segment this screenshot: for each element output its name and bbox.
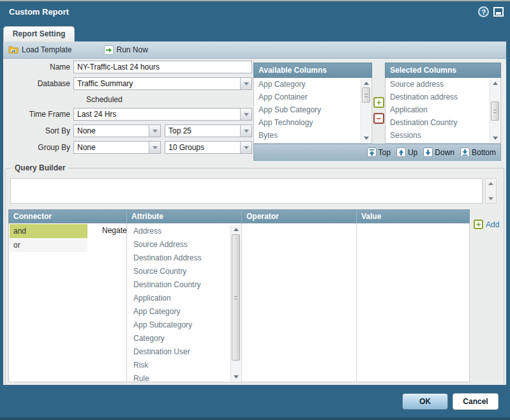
help-icon[interactable]: ? [478,6,489,17]
database-value: Traffic Summary [77,79,133,88]
ok-button[interactable]: OK [402,393,448,410]
move-top-button[interactable]: Top [367,147,391,157]
list-item[interactable]: App Technology [254,116,371,129]
scroll-down-icon[interactable] [361,133,371,142]
column-divider [126,223,127,382]
arrow-top-icon [367,147,377,157]
database-select[interactable]: Traffic Summary [73,77,252,90]
move-up-button[interactable]: Up [396,147,417,157]
list-item[interactable]: Destination Country [386,116,500,129]
column-divider [356,223,357,382]
attribute-option[interactable]: Risk [128,359,241,372]
list-item[interactable]: App Category [254,78,371,91]
connector-list: andor [10,224,87,252]
list-item[interactable]: App Sub Category [254,103,371,116]
chevron-down-icon[interactable] [240,125,251,137]
list-item[interactable]: Bytes [254,129,371,142]
operator-column-header: Operator [241,210,356,223]
list-item[interactable]: Destination address [386,91,500,103]
add-condition-button[interactable]: + Add [474,220,499,229]
scroll-up-icon[interactable] [231,225,241,234]
group-by-value: None [77,143,96,152]
available-columns-items: App CategoryApp ContainerApp Sub Categor… [254,78,371,142]
attribute-option[interactable]: Category [128,332,241,345]
attribute-option[interactable]: Destination Address [128,251,241,265]
arrow-up-icon [396,147,406,157]
sort-by-select[interactable]: None [73,124,161,137]
table-body: andor Negate AddressSource AddressDestin… [8,223,470,382]
chevron-down-icon[interactable] [240,78,251,89]
name-value: NY-Traffic-Last 24 hours [77,63,160,71]
attribute-option[interactable]: App Category [128,305,241,319]
list-item[interactable]: Source address [386,78,500,91]
load-template-button[interactable]: Load Template [8,45,72,54]
scroll-down-icon[interactable] [490,133,500,142]
move-down-button[interactable]: Down [423,147,454,157]
sort-by-value: None [77,126,96,135]
list-item[interactable]: Sessions [386,129,500,142]
list-item[interactable]: App Container [254,91,371,103]
scrollbar-thumb[interactable] [491,101,499,121]
add-column-button[interactable]: + [373,97,384,108]
attribute-option[interactable]: Rule [128,372,241,381]
group-by-row: Group By None 10 Groups [8,141,252,154]
group-count-select[interactable]: 10 Groups [165,141,252,154]
scroll-up-icon[interactable] [361,79,371,87]
attribute-option[interactable]: Source Country [128,265,241,278]
scrollbar-thumb[interactable] [232,234,240,361]
scrollbar[interactable] [361,79,371,142]
connector-option[interactable]: and [10,224,87,238]
query-input[interactable] [10,178,483,204]
chevron-down-icon[interactable] [149,142,160,153]
scroll-down-icon[interactable] [231,372,241,381]
window-minimize-icon[interactable] [493,7,504,17]
dialog-footer: OK Cancel [0,385,510,420]
scroll-up-icon[interactable] [490,79,500,87]
chevron-down-icon[interactable] [240,109,251,120]
name-row: Name NY-Traffic-Last 24 hours [8,61,252,73]
move-down-label: Down [435,148,454,157]
database-row: Database Traffic Summary [8,77,252,90]
scroll-up-icon[interactable] [486,179,496,188]
sort-top-select[interactable]: Top 25 [165,124,252,137]
available-columns-list: App CategoryApp ContainerApp Sub Categor… [253,78,372,144]
scrollbar-thumb[interactable] [362,87,370,103]
attribute-option[interactable]: Destination User [128,345,241,359]
selected-columns-list: Source addressDestination addressApplica… [385,78,501,144]
remove-column-button[interactable]: − [373,113,384,124]
move-bottom-button[interactable]: Bottom [460,147,496,157]
available-columns-panel: Available Columns App CategoryApp Contai… [253,63,372,144]
chevron-down-icon[interactable] [240,142,251,153]
run-now-button[interactable]: Run Now [104,45,148,55]
attribute-option[interactable]: App Subcategory [128,319,241,332]
query-builder-title: Query Builder [11,163,68,172]
scroll-down-icon[interactable] [486,194,496,203]
query-builder-section: Query Builder Connector Attribute Operat… [5,168,504,386]
custom-report-dialog: Custom Report ? Report Setting Load Temp… [0,0,510,420]
attribute-option[interactable]: Address [128,225,241,238]
name-input[interactable]: NY-Traffic-Last 24 hours [73,61,252,73]
scheduled-label[interactable]: Scheduled [86,95,123,104]
cancel-button[interactable]: Cancel [453,393,499,410]
titlebar-icons: ? [478,6,504,17]
scrollbar[interactable] [490,79,500,142]
connector-option[interactable]: or [10,238,87,252]
chevron-down-icon[interactable] [149,125,160,137]
attribute-option[interactable]: Destination Country [128,278,241,292]
tab-report-setting[interactable]: Report Setting [3,26,75,41]
selected-columns-title: Selected Columns [385,63,501,78]
query-scrollbar[interactable] [485,178,497,204]
group-by-select[interactable]: None [73,141,161,154]
run-now-label: Run Now [117,45,148,54]
move-bottom-label: Bottom [472,148,496,157]
attribute-option[interactable]: Source Address [128,238,241,251]
run-arrow-icon [104,45,114,55]
group-by-label: Group By [8,143,70,152]
arrow-bottom-icon [460,147,470,157]
toolbar: Load Template Run Now [3,41,506,59]
time-frame-select[interactable]: Last 24 Hrs [73,108,252,121]
negate-label[interactable]: Negate [102,226,127,235]
scrollbar[interactable] [230,225,241,381]
attribute-option[interactable]: Application [128,292,241,305]
list-item[interactable]: Application [386,103,500,116]
